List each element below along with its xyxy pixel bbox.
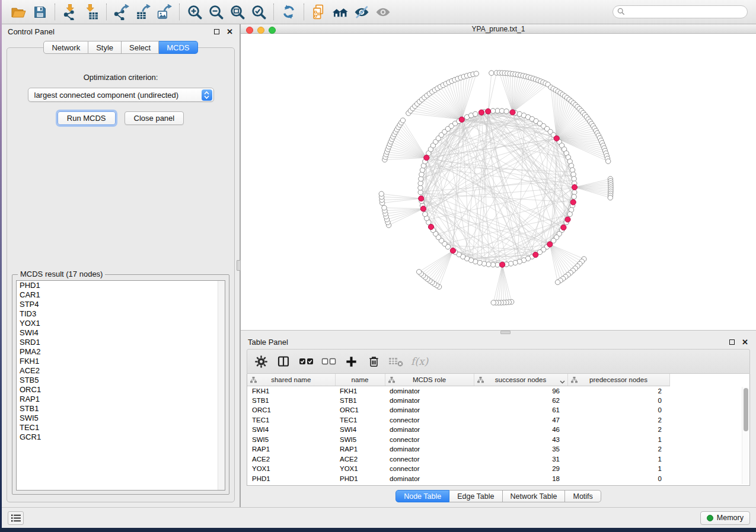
cell-name[interactable]: STB1 (335, 396, 385, 406)
add-row-button[interactable] (341, 352, 361, 371)
table-row[interactable]: SWI4SWI4dominator462 (247, 425, 669, 435)
import-network-button[interactable] (59, 2, 81, 21)
cell-shared-name[interactable]: PHD1 (247, 474, 335, 484)
cell-mcds-role[interactable]: connector (385, 464, 474, 474)
table-row[interactable]: SWI5SWI5connector431 (247, 435, 669, 445)
cell-successor-nodes[interactable]: 18 (474, 474, 567, 484)
column-header-shared-name[interactable]: shared name (247, 374, 335, 386)
mcds-node[interactable] (459, 117, 464, 122)
mcds-result-item[interactable]: TEC1 (17, 423, 225, 432)
mcds-result-item[interactable]: ACE2 (17, 366, 225, 376)
zoom-fit-button[interactable] (227, 2, 248, 21)
network-node[interactable] (572, 194, 576, 199)
save-session-button[interactable] (29, 2, 50, 21)
tab-select[interactable]: Select (122, 41, 159, 54)
deselect-all-button[interactable] (318, 352, 339, 371)
table-tab-network-table[interactable]: Network Table (503, 490, 566, 502)
table-tab-edge-table[interactable]: Edge Table (449, 490, 502, 502)
mcds-node[interactable] (479, 110, 484, 115)
column-header-predecessor-nodes[interactable]: predecessor nodes (567, 374, 669, 386)
cell-name[interactable]: PHD1 (335, 474, 385, 484)
cell-predecessor-nodes[interactable]: 1 (567, 435, 669, 445)
cell-shared-name[interactable]: ORC1 (247, 405, 335, 415)
refresh-layout-button[interactable] (278, 2, 299, 21)
cell-predecessor-nodes[interactable]: 0 (567, 396, 669, 406)
vertical-splitter-handle[interactable] (237, 260, 241, 271)
cell-name[interactable]: ACE2 (335, 454, 385, 464)
table-row[interactable]: PHD1PHD1dominator180 (247, 474, 669, 484)
column-header-successor-nodes[interactable]: successor nodes (474, 374, 567, 386)
table-row[interactable]: FKH1FKH1dominator962 (247, 386, 669, 396)
column-settings-button[interactable] (251, 352, 271, 371)
cell-predecessor-nodes[interactable]: 2 (567, 386, 669, 396)
export-table-button[interactable] (132, 2, 154, 21)
cell-shared-name[interactable]: STB1 (247, 396, 335, 406)
memory-button[interactable]: Memory (700, 511, 750, 525)
cell-successor-nodes[interactable]: 29 (474, 464, 567, 474)
mcds-result-item[interactable]: TID3 (17, 309, 225, 319)
cell-successor-nodes[interactable]: 46 (474, 425, 567, 435)
cell-shared-name[interactable]: FKH1 (247, 386, 335, 396)
tab-mcds[interactable]: MCDS (159, 41, 197, 54)
chevron-down-icon[interactable] (560, 378, 565, 385)
table-row[interactable]: YOX1YOX1connector291 (247, 464, 669, 474)
mcds-node[interactable] (554, 136, 559, 141)
mcds-result-item[interactable]: PMA2 (17, 347, 225, 357)
network-node[interactable] (474, 71, 479, 76)
tab-network[interactable]: Network (43, 41, 88, 54)
show-columns-button[interactable] (273, 352, 294, 371)
run-mcds-button[interactable]: Run MCDS (58, 111, 116, 125)
mcds-node[interactable] (450, 248, 455, 253)
cell-predecessor-nodes[interactable]: 2 (567, 444, 669, 454)
network-node[interactable] (608, 195, 613, 200)
export-image-button[interactable] (154, 2, 175, 21)
mcds-node[interactable] (500, 262, 505, 267)
cell-successor-nodes[interactable]: 62 (474, 396, 567, 406)
mcds-list-scrollbar[interactable] (218, 281, 225, 490)
cell-name[interactable]: SWI5 (335, 435, 385, 445)
cell-successor-nodes[interactable]: 61 (474, 405, 567, 415)
close-window-icon[interactable] (246, 27, 253, 34)
cell-shared-name[interactable]: ACE2 (247, 454, 335, 464)
cell-shared-name[interactable]: YOX1 (247, 464, 335, 474)
delete-row-button[interactable] (363, 352, 384, 371)
float-panel-icon[interactable] (213, 28, 221, 36)
mcds-node[interactable] (547, 242, 553, 247)
mcds-node[interactable] (572, 184, 577, 190)
cell-shared-name[interactable]: RAP1 (247, 444, 335, 454)
cell-predecessor-nodes[interactable]: 1 (567, 454, 669, 464)
mcds-node[interactable] (510, 110, 515, 115)
show-all-button[interactable] (372, 2, 394, 21)
cell-name[interactable]: YOX1 (335, 464, 385, 474)
function-builder-icon[interactable]: f(x) (411, 355, 428, 367)
cell-predecessor-nodes[interactable]: 1 (567, 464, 669, 474)
mcds-node[interactable] (565, 217, 570, 222)
table-scrollbar-track[interactable] (742, 387, 749, 484)
mcds-node[interactable] (533, 252, 538, 257)
network-node[interactable] (416, 270, 421, 274)
hide-selected-button[interactable] (351, 2, 372, 21)
cell-mcds-role[interactable]: dominator (385, 444, 474, 454)
mcds-node[interactable] (420, 206, 426, 211)
network-node[interactable] (473, 111, 478, 116)
cell-shared-name[interactable]: SWI4 (247, 425, 335, 435)
network-node[interactable] (504, 109, 509, 114)
cell-successor-nodes[interactable]: 43 (474, 435, 567, 445)
table-row[interactable]: STB1STB1dominator620 (247, 396, 669, 406)
network-node[interactable] (491, 300, 496, 305)
cell-predecessor-nodes[interactable]: 0 (567, 405, 669, 415)
network-node[interactable] (382, 205, 387, 210)
mcds-node[interactable] (486, 108, 491, 114)
mcds-result-item[interactable]: RAP1 (17, 395, 225, 404)
cell-mcds-role[interactable]: connector (385, 435, 474, 445)
export-network-button[interactable] (111, 2, 132, 21)
zoom-in-button[interactable] (184, 2, 205, 21)
mcds-result-item[interactable]: SRD1 (17, 338, 225, 347)
mcds-node[interactable] (424, 155, 429, 161)
zoom-selected-button[interactable] (248, 2, 269, 21)
table-row[interactable]: ORC1ORC1dominator610 (247, 405, 669, 415)
network-node[interactable] (400, 118, 405, 123)
close-panel-button[interactable]: Close panel (125, 111, 184, 125)
clone-network-button[interactable] (308, 2, 330, 21)
optimization-select[interactable]: largest connected component (undirected) (28, 88, 214, 102)
